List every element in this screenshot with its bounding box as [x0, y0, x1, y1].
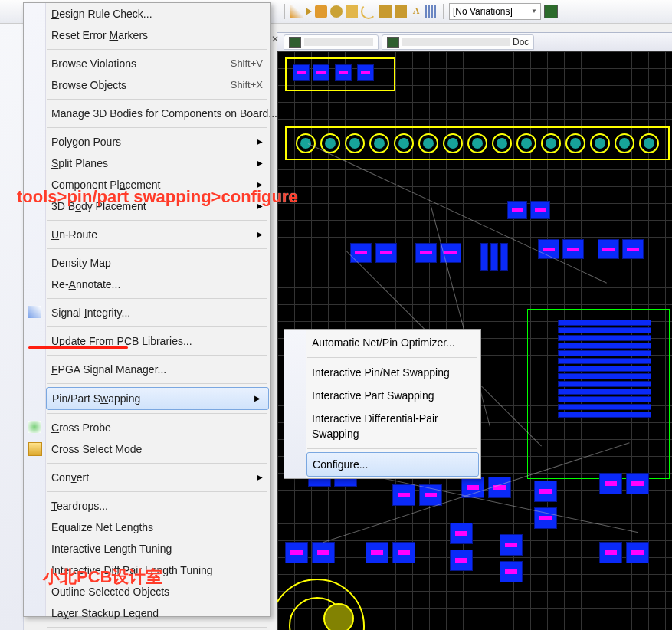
pad: [366, 542, 388, 563]
pad: [313, 64, 329, 81]
pad: [375, 243, 397, 263]
menu-reannotate[interactable]: Re-Annotate...: [24, 274, 270, 295]
pad: [598, 239, 619, 259]
menu-layer-stackup-legend[interactable]: Layer Stackup Legend: [24, 602, 270, 624]
menu-separator: [47, 383, 267, 384]
tab-doc-2[interactable]: Doc: [382, 34, 534, 50]
menu-pin-part-swapping[interactable]: Pin/Part Swapping▶: [46, 387, 269, 410]
submenu-auto-optimizer[interactable]: Automatic Net/Pin Optimizer...: [284, 331, 480, 354]
via-large: [323, 603, 354, 630]
menu-unroute[interactable]: Un-Route▶: [24, 224, 270, 245]
text-A-icon[interactable]: A: [410, 5, 422, 18]
pad: [285, 542, 308, 563]
pad: [392, 542, 415, 563]
pad: [293, 64, 310, 81]
menu-density-map[interactable]: Density Map: [24, 252, 270, 274]
submenu-interactive-pin-net[interactable]: Interactive Pin/Net Swapping: [284, 361, 480, 384]
via-icon[interactable]: [330, 5, 343, 18]
menu-cross-select-mode[interactable]: Cross Select Mode: [24, 438, 270, 460]
pad: [622, 239, 644, 259]
menu-equalize-net-lengths[interactable]: Equalize Net Lengths: [24, 517, 270, 538]
toolbar-separator: [443, 4, 444, 19]
close-tab-icon[interactable]: ✕: [271, 34, 279, 41]
pad: [507, 201, 527, 219]
drc-icon: [28, 7, 41, 19]
pad: [500, 534, 523, 556]
menu-separator: [47, 491, 267, 492]
pin-part-swapping-submenu: Automatic Net/Pin Optimizer... Interacti…: [284, 329, 481, 479]
menu-polygon-pours[interactable]: Polygon Pours▶: [24, 131, 270, 153]
menu-teardrops[interactable]: Teardrops...: [24, 495, 270, 517]
menu-separator: [47, 326, 267, 327]
menu-split-planes[interactable]: Split Planes▶: [24, 153, 270, 174]
submenu-interactive-diff-pair[interactable]: Interactive Differential-Pair Swapping: [284, 407, 480, 445]
pad: [450, 550, 473, 571]
route-icon[interactable]: [290, 5, 303, 18]
pad: [357, 64, 374, 81]
pad: [500, 561, 523, 582]
pad: [626, 473, 649, 494]
menu-separator: [307, 357, 477, 358]
menu-design-rule-check[interactable]: DDesign Rule Check...esign Rule Check...: [24, 3, 270, 25]
pad: [490, 243, 498, 271]
array-icon[interactable]: [425, 5, 438, 18]
menu-separator: [47, 220, 267, 221]
menu-browse-violations[interactable]: Browse Violations Shift+V: [24, 53, 270, 74]
submenu-arrow-icon: ▶: [254, 391, 261, 406]
submenu-arrow-icon: ▶: [257, 470, 263, 485]
variations-label: [No Variations]: [453, 4, 513, 19]
menu-convert[interactable]: Convert▶: [24, 467, 270, 488]
pcb-file-icon: [387, 37, 399, 48]
pad: [599, 473, 622, 494]
menu-separator: [307, 448, 477, 449]
menu-separator: [47, 127, 267, 128]
pad: [534, 481, 557, 502]
menu-browse-objects[interactable]: Browse Objects Shift+X: [24, 74, 270, 96]
menu-separator: [47, 99, 267, 100]
chevron-down-icon: ▼: [531, 4, 537, 19]
menu-separator: [47, 413, 267, 414]
pcb-file-icon: [289, 37, 301, 48]
menu-reset-error-markers[interactable]: Reset Error Markers: [24, 25, 270, 46]
submenu-arrow-icon: ▶: [257, 134, 263, 149]
menu-separator: [47, 248, 267, 249]
poly-icon[interactable]: [395, 5, 407, 18]
menu-separator: [47, 355, 267, 356]
tab-doc-1[interactable]: [284, 34, 379, 50]
pad: [415, 243, 437, 263]
document-tab-bar: Doc: [277, 32, 672, 52]
menu-cross-probe[interactable]: Cross Probe: [24, 417, 270, 438]
submenu-arrow-icon: ▶: [257, 156, 263, 171]
tab-label: [304, 38, 373, 46]
arc-icon[interactable]: [361, 4, 376, 19]
pad: [350, 243, 372, 263]
chip-icon[interactable]: [544, 5, 558, 18]
left-tool-rail: [0, 0, 24, 630]
cross-probe-icon: [28, 421, 41, 433]
pad: [392, 484, 415, 506]
annotation-underline: [28, 346, 128, 349]
diff-route-icon[interactable]: [315, 5, 327, 18]
tools-menu: DDesign Rule Check...esign Rule Check...…: [23, 2, 271, 617]
fill-icon[interactable]: [379, 5, 392, 18]
menu-separator: [47, 49, 267, 50]
key-icon[interactable]: [346, 5, 358, 18]
menu-manage-3d-bodies[interactable]: Manage 3D Bodies for Components on Board…: [24, 103, 270, 124]
submenu-interactive-part[interactable]: Interactive Part Swapping: [284, 384, 480, 407]
signal-integrity-icon: [28, 306, 41, 318]
arrow-icon[interactable]: [306, 8, 312, 15]
menu-interactive-length-tuning[interactable]: Interactive Length Tuning: [24, 538, 270, 559]
pad: [599, 542, 622, 563]
annotation-path-hint: tools>pin/part swapping>configure: [17, 187, 298, 207]
menu-fpga-signal-manager[interactable]: FPGA Signal Manager...: [24, 359, 270, 380]
tab-label: Doc: [513, 35, 529, 49]
submenu-configure[interactable]: Configure...: [306, 452, 479, 477]
pad: [335, 64, 352, 81]
toolbar-separator: [284, 4, 285, 19]
pad: [312, 542, 335, 563]
variations-dropdown[interactable]: [No Variations] ▼: [449, 3, 541, 20]
menu-separator: [47, 627, 267, 628]
menu-separator: [47, 298, 267, 299]
menu-signal-integrity[interactable]: Signal Integrity...: [24, 302, 270, 323]
annotation-watermark: 小北PCB设计室: [43, 566, 162, 589]
